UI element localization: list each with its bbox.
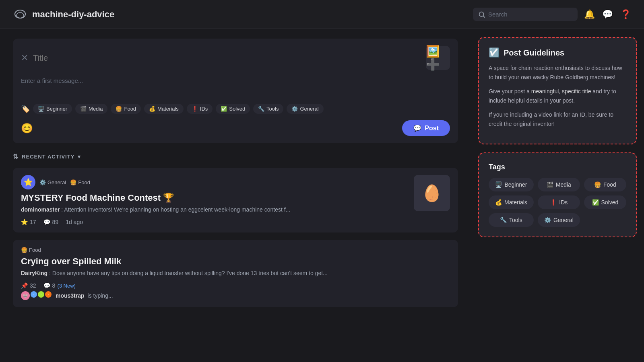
compose-message-area[interactable]: Enter a first message...	[21, 75, 450, 99]
right-panel: ☑️ Post Guidelines A space for chain rea…	[471, 29, 644, 362]
compose-title-row: ✕ 🖼️➕	[21, 46, 450, 70]
thread-tag-general[interactable]: ⚙️ General	[39, 179, 66, 185]
comments-stat-2: 💬 8 (3 New)	[43, 282, 76, 289]
chat-icon[interactable]: 💬	[602, 9, 613, 20]
top-nav: machine-diy-advice Search 🔔 💬 ❓	[0, 0, 644, 29]
tag-icon: 🏷️	[21, 105, 30, 113]
thread-preview-2: DairyKing : Does anyone have any tips on…	[21, 269, 450, 278]
svg-point-0	[15, 10, 25, 18]
thread-content: ⭐ ⚙️ General 🍔 Food MYSTERY Food Machine…	[21, 175, 407, 225]
guidelines-title-row: ☑️ Post Guidelines	[489, 47, 626, 58]
thread-preview: dominomaster : Attention inventors! We'r…	[21, 206, 407, 214]
left-panel: ✕ 🖼️➕ Enter a first message... 🏷️ 🖥️ Beg…	[0, 29, 471, 362]
thread-card-row: ⭐ ⚙️ General 🍔 Food MYSTERY Food Machine…	[21, 175, 450, 225]
thread-title-2[interactable]: Crying over Spilled Milk	[21, 256, 450, 267]
panel-tag-tools[interactable]: 🔧 Tools	[489, 213, 534, 227]
thread-title[interactable]: MYSTERY Food Machine Contest 🏆	[21, 193, 407, 203]
panel-tag-materials[interactable]: 💰 Materials	[489, 195, 534, 209]
post-action-row: 😊 💬 Post	[21, 115, 450, 136]
thread-tag-food[interactable]: 🍔 Food	[70, 179, 90, 185]
svg-line-3	[483, 16, 485, 17]
thread-stats: ⭐ 17 💬 89 1d ago	[21, 219, 407, 225]
panel-tag-general[interactable]: ⚙️ General	[538, 213, 580, 227]
panel-tag-ids[interactable]: ❗ IDs	[538, 195, 580, 209]
ids-label: IDs	[200, 106, 208, 112]
general-emoji: ⚙️	[291, 106, 298, 112]
thread-preview-text-2: : Does anyone have any tips on doing a l…	[49, 270, 328, 276]
time-stat: 1d ago	[66, 219, 83, 225]
tag-chip-solved[interactable]: ✅ Solved	[216, 104, 250, 114]
materials-emoji: 💰	[149, 106, 155, 112]
food-emoji: 🍔	[116, 106, 122, 112]
sort-icon: ⇅	[13, 153, 19, 160]
bell-icon[interactable]: 🔔	[584, 9, 595, 20]
typing-avatars: 🐭 · · ·	[21, 291, 52, 300]
help-icon[interactable]: ❓	[620, 9, 631, 20]
general-tag-emoji: ⚙️	[39, 179, 46, 185]
panel-tag-solved[interactable]: ✅ Solved	[584, 195, 626, 209]
tag-chip-media[interactable]: 🎬 Media	[75, 104, 107, 114]
tools-emoji: 🔧	[258, 106, 264, 112]
thread-tag-food-2[interactable]: 🍔 Food	[21, 247, 41, 253]
comments-stat: 💬 89	[43, 219, 59, 225]
tag-chip-food[interactable]: 🍔 Food	[111, 104, 141, 114]
guidelines-para-2: Give your post a meaningful, specific ti…	[489, 87, 626, 105]
thread-card-2: 🍔 Food Crying over Spilled Milk DairyKin…	[13, 240, 458, 307]
thread-avatar: ⭐	[21, 175, 35, 189]
panel-tag-food[interactable]: 🍔 Food	[584, 178, 626, 191]
panel-media-emoji: 🎬	[547, 181, 553, 188]
media-label: Media	[89, 106, 103, 112]
meaningful-title-link[interactable]: meaningful, specific title	[531, 88, 591, 95]
thread-card: ⭐ ⚙️ General 🍔 Food MYSTERY Food Machine…	[13, 168, 458, 232]
thread-meta-row: ⭐ ⚙️ General 🍔 Food	[21, 175, 407, 189]
thread-image-emoji: 🥚	[422, 184, 442, 203]
compose-title-input[interactable]	[33, 53, 421, 63]
media-emoji: 🎬	[80, 106, 87, 112]
image-plus-icon: 🖼️➕	[426, 45, 450, 71]
panel-beginner-emoji: 🖥️	[495, 181, 502, 188]
tools-label: Tools	[266, 106, 279, 112]
panel-general-emoji: ⚙️	[544, 217, 551, 223]
pin-icon: 📌	[21, 282, 28, 289]
panel-tag-media[interactable]: 🎬 Media	[538, 178, 580, 191]
guidelines-para-3: If you're including a video link for an …	[489, 110, 626, 129]
nav-icons-right: 🔔 💬 ❓	[584, 9, 631, 20]
solved-emoji: ✅	[221, 106, 227, 112]
typing-suffix: is typing...	[88, 292, 113, 299]
recent-activity-header[interactable]: ⇅ RECENT ACTIVITY ▾	[13, 153, 458, 160]
panel-solved-emoji: ✅	[592, 199, 599, 206]
svg-point-1	[17, 12, 24, 18]
post-button[interactable]: 💬 Post	[402, 120, 450, 136]
tag-chip-ids[interactable]: ❗ IDs	[187, 104, 213, 114]
panel-ids-emoji: ❗	[550, 199, 557, 206]
guidelines-card: ☑️ Post Guidelines A space for chain rea…	[478, 37, 637, 144]
emoji-btn[interactable]: 😊	[21, 123, 33, 134]
thread-stats-2: 📌 32 💬 8 (3 New)	[21, 282, 450, 289]
tag-chip-general[interactable]: ⚙️ General	[287, 104, 323, 114]
search-bar[interactable]: Search	[473, 8, 578, 21]
new-comments-badge: (3 New)	[57, 283, 76, 289]
tags-title: Tags	[489, 163, 626, 171]
search-placeholder: Search	[488, 11, 508, 18]
compose-close-btn[interactable]: ✕	[21, 53, 28, 63]
tag-chip-beginner[interactable]: 🖥️ Beginner	[33, 104, 72, 114]
comment-icon: 💬	[43, 219, 50, 225]
beginner-emoji: 🖥️	[38, 106, 44, 112]
typing-dot-3: ·	[45, 291, 52, 298]
compose-image-btn[interactable]: 🖼️➕	[426, 46, 450, 70]
compose-box: ✕ 🖼️➕ Enter a first message... 🏷️ 🖥️ Beg…	[13, 39, 458, 143]
tags-card: Tags 🖥️ Beginner 🎬 Media 🍔 Food 💰 Materi…	[478, 152, 637, 237]
typing-dot-2: ·	[38, 291, 44, 298]
tag-row: 🏷️ 🖥️ Beginner 🎬 Media 🍔 Food 💰 Material…	[21, 99, 450, 115]
food-tag-emoji-2: 🍔	[21, 247, 27, 253]
tag-chip-materials[interactable]: 💰 Materials	[144, 104, 184, 114]
panel-tag-beginner[interactable]: 🖥️ Beginner	[489, 178, 534, 191]
main-layout: ✕ 🖼️➕ Enter a first message... 🏷️ 🖥️ Beg…	[0, 29, 644, 362]
post-bubble-icon: 💬	[413, 124, 421, 132]
tag-chip-tools[interactable]: 🔧 Tools	[253, 104, 283, 114]
guidelines-title: Post Guidelines	[504, 48, 564, 58]
thread-image: 🥚	[414, 175, 450, 211]
channel-icon	[13, 7, 27, 22]
channel-name: machine-diy-advice	[32, 9, 473, 20]
typing-dot-1: ·	[31, 291, 37, 298]
